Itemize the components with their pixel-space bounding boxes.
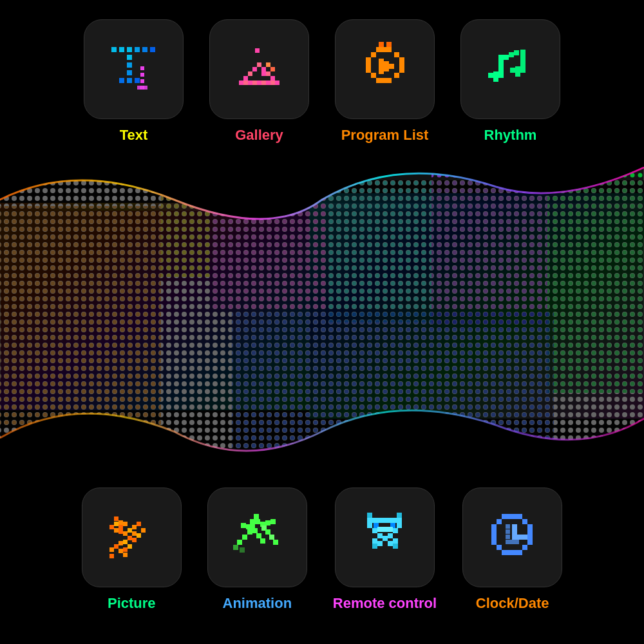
icon-box-picture[interactable] [82, 488, 182, 587]
svg-rect-10 [119, 78, 124, 83]
svg-rect-165 [254, 514, 259, 519]
svg-rect-78 [504, 55, 509, 60]
svg-rect-16 [137, 86, 141, 90]
top-icons-row: Text [0, 0, 644, 144]
svg-rect-243 [515, 540, 519, 544]
svg-rect-169 [241, 523, 246, 528]
svg-rect-213 [502, 514, 507, 519]
svg-rect-163 [137, 533, 141, 538]
svg-rect-112 [0, 180, 644, 457]
svg-rect-144 [109, 525, 114, 529]
svg-rect-210 [388, 541, 393, 546]
svg-rect-74 [520, 50, 526, 55]
svg-rect-159 [109, 547, 114, 552]
svg-rect-67 [498, 60, 504, 65]
svg-rect-207 [372, 538, 377, 544]
svg-rect-31 [261, 80, 266, 85]
svg-rect-224 [527, 535, 533, 540]
icon-box-gallery[interactable] [209, 19, 309, 119]
svg-rect-147 [123, 531, 128, 536]
svg-rect-198 [372, 528, 377, 533]
icon-item-clock[interactable]: Clock/Date [462, 488, 562, 612]
icon-box-animation[interactable] [207, 488, 307, 587]
svg-rect-208 [393, 538, 398, 544]
svg-rect-71 [515, 66, 520, 71]
svg-rect-20 [248, 71, 252, 76]
svg-rect-206 [397, 513, 402, 518]
icon-item-animation[interactable]: Animation [207, 488, 307, 612]
svg-rect-80 [514, 50, 519, 55]
svg-rect-29 [252, 80, 257, 85]
svg-rect-146 [118, 529, 123, 534]
rhythm-label: Rhythm [484, 127, 537, 144]
icon-item-program[interactable]: Program List [335, 19, 435, 144]
svg-rect-145 [114, 528, 118, 533]
svg-rect-166 [250, 519, 255, 524]
svg-rect-231 [512, 550, 517, 555]
remote-label: Remote control [333, 595, 437, 612]
svg-rect-52 [381, 78, 386, 83]
svg-rect-212 [393, 544, 398, 549]
svg-rect-8 [127, 70, 132, 75]
svg-rect-173 [270, 519, 276, 524]
svg-rect-186 [367, 523, 372, 528]
icon-item-rhythm[interactable]: Rhythm [460, 19, 560, 144]
svg-rect-0 [111, 47, 117, 52]
svg-rect-1 [119, 47, 124, 52]
svg-rect-201 [388, 527, 393, 532]
icon-item-text[interactable]: Text [84, 19, 184, 144]
svg-rect-19 [243, 76, 248, 80]
svg-rect-17 [144, 86, 147, 90]
svg-rect-160 [109, 554, 114, 558]
svg-rect-47 [366, 68, 371, 73]
icon-item-picture[interactable]: Picture [82, 488, 182, 612]
icon-box-remote[interactable] [335, 488, 435, 587]
svg-rect-216 [517, 514, 522, 519]
animation-icon [228, 509, 286, 567]
text-icon [105, 41, 163, 99]
svg-rect-139 [114, 516, 118, 521]
svg-rect-240 [506, 535, 510, 539]
svg-rect-73 [515, 71, 520, 77]
svg-rect-219 [491, 524, 497, 529]
text-label: Text [120, 127, 148, 144]
svg-rect-42 [394, 52, 399, 57]
icon-box-program[interactable] [335, 19, 435, 119]
svg-rect-61 [386, 42, 392, 47]
svg-rect-229 [502, 550, 507, 555]
svg-rect-45 [366, 62, 371, 68]
svg-rect-226 [527, 540, 533, 545]
icon-box-text[interactable] [84, 19, 184, 119]
svg-rect-202 [393, 528, 398, 533]
svg-rect-22 [257, 62, 261, 67]
svg-rect-184 [233, 545, 238, 550]
svg-rect-192 [397, 523, 402, 528]
svg-rect-27 [243, 80, 248, 85]
icon-item-gallery[interactable]: Gallery [209, 19, 309, 144]
svg-rect-214 [507, 514, 512, 519]
svg-rect-30 [257, 80, 261, 85]
svg-rect-50 [394, 73, 399, 78]
svg-rect-238 [506, 524, 510, 529]
svg-rect-241 [506, 540, 510, 544]
svg-rect-150 [137, 522, 141, 526]
icon-box-clock[interactable] [462, 488, 562, 587]
svg-rect-228 [522, 545, 527, 550]
svg-rect-223 [491, 535, 497, 540]
svg-rect-151 [132, 531, 137, 536]
icon-box-rhythm[interactable] [460, 19, 560, 119]
svg-rect-68 [498, 65, 504, 70]
svg-rect-190 [388, 518, 393, 523]
svg-rect-48 [399, 68, 404, 73]
svg-rect-203 [367, 518, 372, 523]
svg-rect-227 [497, 545, 502, 550]
svg-rect-167 [255, 519, 260, 524]
svg-rect-242 [510, 540, 515, 544]
svg-rect-49 [371, 73, 376, 78]
svg-rect-232 [517, 550, 522, 555]
svg-rect-23 [261, 67, 266, 71]
svg-rect-36 [270, 67, 275, 71]
icon-item-remote[interactable]: Remote control [333, 488, 437, 612]
svg-rect-26 [239, 80, 243, 85]
svg-rect-69 [498, 70, 504, 75]
